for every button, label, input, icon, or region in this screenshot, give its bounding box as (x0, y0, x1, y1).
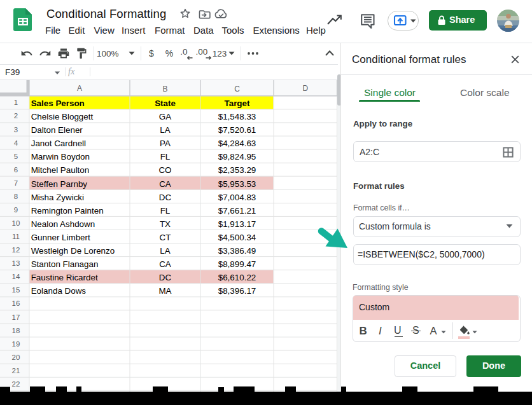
svg-text:.0: .0 (180, 47, 187, 57)
svg-text:15: 15 (12, 286, 20, 294)
svg-text:Eolanda Dows: Eolanda Dows (31, 286, 87, 296)
svg-text:Misha Zywicki: Misha Zywicki (31, 193, 84, 202)
svg-text:Janot Cardnell: Janot Cardnell (31, 139, 86, 148)
svg-text:LA: LA (160, 246, 170, 256)
svg-text:LA: LA (160, 125, 170, 135)
svg-text:DC: DC (159, 193, 172, 202)
svg-text:Chelsie Bloggett: Chelsie Bloggett (31, 112, 94, 121)
svg-text:FL: FL (160, 152, 171, 161)
svg-text:Faustine Ricardet: Faustine Ricardet (31, 273, 98, 282)
svg-text:$6,610.22: $6,610.22 (218, 273, 256, 282)
svg-text:DC: DC (159, 273, 172, 282)
svg-text:C: C (234, 85, 240, 93)
svg-text:19: 19 (12, 340, 20, 348)
svg-text:21: 21 (12, 367, 20, 374)
svg-text:Westleigh De Lorenzo: Westleigh De Lorenzo (31, 246, 115, 256)
svg-text:PA: PA (160, 139, 171, 148)
svg-text:B: B (162, 85, 167, 93)
svg-text:14: 14 (12, 273, 20, 280)
svg-text:18: 18 (12, 327, 20, 334)
svg-text:Remington Painten: Remington Painten (31, 206, 104, 216)
svg-text:7: 7 (14, 179, 18, 187)
svg-text:$9,824.95: $9,824.95 (218, 152, 256, 161)
svg-text:CA: CA (159, 259, 171, 269)
svg-text:4: 4 (14, 139, 18, 147)
svg-text:MA: MA (158, 286, 171, 296)
svg-text:6: 6 (14, 166, 18, 174)
svg-text:Steffen Parnby: Steffen Parnby (31, 179, 88, 189)
svg-text:123: 123 (213, 49, 227, 58)
svg-text:$8,899.47: $8,899.47 (218, 259, 256, 269)
svg-text:2: 2 (14, 112, 18, 120)
svg-text:8: 8 (14, 193, 18, 200)
svg-text:$1,913.17: $1,913.17 (218, 219, 256, 229)
svg-text:FL: FL (160, 206, 171, 216)
svg-text:State: State (155, 99, 176, 108)
svg-text:GA: GA (159, 112, 171, 121)
svg-text:11: 11 (12, 233, 20, 240)
svg-text:$2,353.29: $2,353.29 (218, 165, 256, 175)
svg-text:CT: CT (160, 233, 171, 242)
svg-text:Nealon Ashdown: Nealon Ashdown (31, 219, 95, 229)
svg-text:17: 17 (12, 313, 20, 321)
svg-text:13: 13 (12, 259, 20, 267)
svg-text:3: 3 (14, 126, 18, 134)
svg-text:$1,548.33: $1,548.33 (218, 112, 256, 121)
svg-text:$4,284.63: $4,284.63 (218, 139, 256, 148)
svg-text:CA: CA (159, 179, 171, 189)
svg-text:$7,520.61: $7,520.61 (218, 125, 256, 135)
svg-text:%: % (165, 48, 173, 58)
svg-text:$4,500.34: $4,500.34 (218, 233, 256, 242)
svg-text:20: 20 (12, 354, 20, 361)
svg-text:TX: TX (160, 219, 171, 229)
svg-text:Marwin Boydon: Marwin Boydon (31, 152, 90, 161)
svg-text:$8,396.17: $8,396.17 (218, 286, 256, 296)
svg-text:Stanton Flanagan: Stanton Flanagan (31, 259, 99, 269)
svg-text:CO: CO (158, 165, 171, 175)
svg-text:.00: .00 (196, 47, 208, 57)
svg-text:$7,661.21: $7,661.21 (218, 206, 256, 216)
svg-text:12: 12 (12, 246, 20, 254)
svg-text:100%: 100% (97, 49, 119, 58)
svg-text:Sales Person: Sales Person (31, 99, 85, 108)
svg-text:1: 1 (14, 99, 18, 106)
svg-text:9: 9 (14, 206, 18, 214)
svg-text:$: $ (149, 48, 154, 58)
svg-text:$3,386.49: $3,386.49 (218, 246, 256, 256)
svg-text:Mitchel Paulton: Mitchel Paulton (31, 165, 90, 175)
svg-text:Dalton Elener: Dalton Elener (31, 125, 83, 135)
svg-text:16: 16 (12, 299, 20, 307)
svg-text:Gunner Limbert: Gunner Limbert (31, 233, 90, 242)
svg-text:A: A (77, 84, 82, 93)
svg-text:10: 10 (12, 219, 20, 227)
svg-text:5: 5 (14, 153, 18, 160)
svg-text:D: D (302, 84, 308, 93)
svg-text:Target: Target (225, 99, 250, 108)
svg-text:$7,004.83: $7,004.83 (218, 193, 256, 202)
svg-text:$5,953.53: $5,953.53 (218, 179, 256, 189)
